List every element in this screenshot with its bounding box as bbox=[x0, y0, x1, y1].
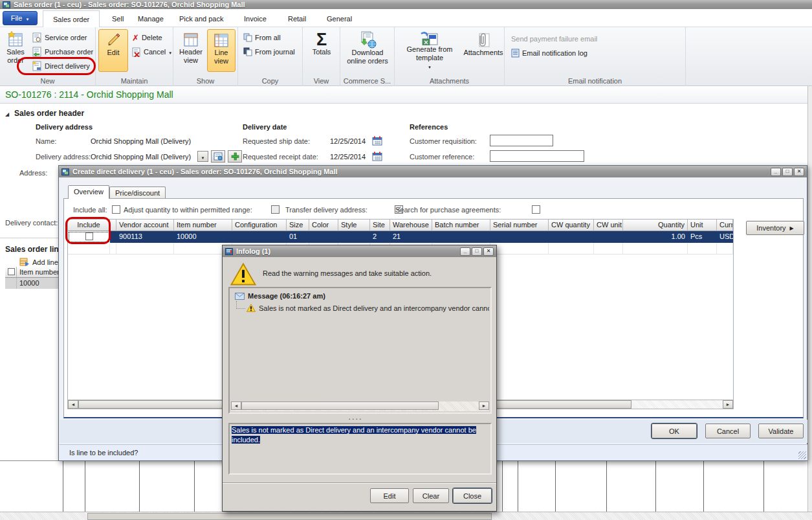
cancel-button[interactable]: Cancel bbox=[705, 424, 751, 438]
close-button[interactable]: Close bbox=[453, 488, 492, 503]
group-delivery-address: Delivery address bbox=[36, 123, 93, 131]
view-address-map-button[interactable] bbox=[211, 150, 225, 163]
include-all-label: Include all: bbox=[73, 206, 107, 214]
grid-data-row[interactable]: 900113 10000 01 2 21 1.00 Pcs USD bbox=[68, 231, 733, 243]
window-horizontal-scrollbar[interactable] bbox=[0, 512, 812, 520]
tab-invoice[interactable]: Invoice bbox=[234, 10, 276, 27]
ribbon-group-commerce: Download online orders Commerce S... bbox=[340, 27, 395, 86]
purchase-order-button[interactable]: Purchase order bbox=[32, 45, 93, 58]
warning-message-item[interactable]: Sales is not marked as Direct delivery a… bbox=[247, 304, 489, 312]
close-button[interactable]: ✕ bbox=[794, 168, 804, 176]
generate-from-template-button[interactable]: Generate from template bbox=[397, 29, 462, 72]
send-payment-failure-email-button[interactable]: Send payment failure email bbox=[511, 32, 597, 45]
edit-button[interactable]: Edit bbox=[98, 29, 128, 72]
resize-grip[interactable] bbox=[798, 451, 806, 459]
calendar-icon[interactable] bbox=[372, 152, 382, 163]
service-order-icon bbox=[32, 32, 42, 43]
ribbon-group-view: Totals View bbox=[303, 27, 340, 86]
infolog-detail-panel[interactable]: Sales is not marked as Direct delivery a… bbox=[228, 423, 492, 475]
currency-cell: USD bbox=[717, 231, 733, 243]
scrollbar-thumb[interactable] bbox=[87, 513, 492, 520]
cancel-button[interactable]: Cancel bbox=[132, 45, 172, 58]
customer-reference-label: Customer reference: bbox=[410, 153, 474, 161]
adjust-quantity-checkbox[interactable] bbox=[271, 205, 280, 214]
grid-header-row[interactable]: Include Vendor account Item number Confi… bbox=[68, 220, 733, 231]
inventory-button[interactable]: Inventory ▶ bbox=[746, 221, 804, 235]
requested-ship-date-value[interactable]: 12/25/2014 bbox=[330, 137, 366, 145]
chevron-down-icon bbox=[25, 14, 29, 22]
tab-retail[interactable]: Retail bbox=[278, 10, 316, 27]
scroll-right-arrow[interactable]: ► bbox=[479, 401, 489, 410]
from-journal-button[interactable]: From journal bbox=[243, 45, 295, 58]
ok-button[interactable]: OK bbox=[652, 424, 697, 438]
download-online-orders-button[interactable]: Download online orders bbox=[342, 29, 393, 72]
file-menu-label: File bbox=[11, 14, 23, 22]
customer-requisition-input[interactable] bbox=[490, 135, 553, 146]
purchase-order-icon bbox=[32, 47, 42, 57]
header-view-icon bbox=[182, 31, 199, 48]
clear-button[interactable]: Clear bbox=[413, 488, 449, 503]
message-header-item[interactable]: Message (06:16:27 am) bbox=[235, 292, 325, 300]
totals-button[interactable]: Totals bbox=[306, 29, 337, 72]
delivery-address-dropdown-button[interactable] bbox=[197, 151, 208, 162]
delete-x-icon: ✗ bbox=[132, 33, 139, 43]
page-title: SO-101276 : 2114 - Orchid Shopping Mall bbox=[0, 86, 812, 104]
scroll-right-arrow[interactable]: ► bbox=[723, 400, 733, 409]
delivery-address-value[interactable]: Orchid Shopping Mall (Delivery) bbox=[91, 153, 191, 161]
scroll-left-arrow[interactable]: ◄ bbox=[231, 401, 241, 410]
tab-pick-and-pack[interactable]: Pick and pack bbox=[170, 10, 233, 27]
tab-general[interactable]: General bbox=[317, 10, 362, 27]
line-view-button[interactable]: Line view bbox=[207, 29, 236, 72]
tree-horizontal-scrollbar[interactable]: ◄ ► bbox=[231, 401, 489, 411]
item-number-cell: 10000 bbox=[174, 231, 232, 243]
file-menu-button[interactable]: File bbox=[3, 11, 38, 25]
generate-template-icon bbox=[420, 31, 439, 45]
tab-sales-order[interactable]: Sales order bbox=[43, 10, 100, 27]
vendor-account-cell: 900113 bbox=[116, 231, 174, 243]
small-warning-icon bbox=[247, 304, 256, 312]
from-all-button[interactable]: From all bbox=[243, 31, 281, 44]
requested-receipt-date-value[interactable]: 12/25/2014 bbox=[330, 153, 366, 161]
include-all-checkbox[interactable] bbox=[112, 205, 120, 214]
add-address-button[interactable] bbox=[228, 150, 242, 163]
add-line-button[interactable]: Add line bbox=[19, 258, 58, 266]
attachments-button[interactable]: Attachments bbox=[463, 29, 503, 72]
infolog-title-bar: Infolog (1) _ □ ✕ bbox=[223, 245, 496, 257]
scrollbar-thumb[interactable] bbox=[241, 401, 439, 410]
selected-message-text: Sales is not marked as Direct delivery a… bbox=[232, 426, 476, 444]
include-column-annotation bbox=[65, 217, 111, 244]
close-button[interactable]: ✕ bbox=[483, 247, 494, 256]
header-view-button[interactable]: Header view bbox=[176, 29, 206, 72]
tab-manage[interactable]: Manage bbox=[128, 10, 173, 27]
scroll-left-arrow[interactable]: ◄ bbox=[68, 400, 78, 409]
minimize-button[interactable]: _ bbox=[771, 168, 781, 176]
minimize-button[interactable]: _ bbox=[460, 247, 470, 256]
maximize-button[interactable]: □ bbox=[472, 247, 482, 256]
service-order-button[interactable]: Service order bbox=[32, 31, 87, 44]
section-sales-order-header: Sales order header bbox=[14, 109, 84, 118]
notification-log-icon bbox=[511, 49, 520, 58]
validate-button[interactable]: Validate bbox=[758, 424, 804, 438]
app-icon bbox=[3, 1, 10, 8]
tab-overview[interactable]: Overview bbox=[68, 185, 109, 199]
infolog-title: Infolog (1) bbox=[236, 247, 270, 255]
delete-button[interactable]: ✗ Delete bbox=[132, 31, 162, 44]
search-agreements-checkbox[interactable] bbox=[532, 205, 540, 214]
group-label-new: New bbox=[0, 77, 95, 85]
calendar-icon[interactable] bbox=[372, 136, 382, 147]
tab-price-discount[interactable]: Price/discount bbox=[109, 187, 166, 199]
direct-delivery-annotation bbox=[17, 57, 96, 75]
email-notification-log-button[interactable]: Email notification log bbox=[511, 47, 587, 60]
edit-button[interactable]: Edit bbox=[370, 488, 409, 503]
new-sales-order-icon bbox=[7, 31, 24, 48]
splitter-handle[interactable]: .... bbox=[349, 414, 363, 421]
customer-requisition-label: Customer requisition: bbox=[410, 137, 477, 145]
sales-order-header-expander[interactable] bbox=[5, 109, 9, 117]
group-label-copy: Copy bbox=[238, 77, 302, 85]
pencil-icon bbox=[105, 32, 121, 49]
customer-reference-input[interactable] bbox=[490, 150, 584, 162]
main-title-bar: Sales order (1 - ceu) - Sales order: SO-… bbox=[0, 0, 812, 9]
select-all-checkbox[interactable] bbox=[8, 268, 15, 275]
direct-delivery-title-bar: Create direct delivery (1 - ceu) - Sales… bbox=[59, 166, 807, 177]
maximize-button[interactable]: □ bbox=[782, 168, 793, 176]
